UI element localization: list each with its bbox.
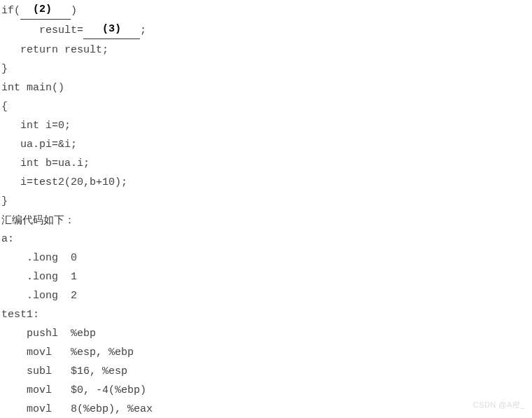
fill-blank-2: (2): [20, 0, 71, 20]
code-line: i=test2(20,b+10);: [1, 173, 532, 192]
code-line: 汇编代码如下：: [1, 211, 532, 230]
code-block: if( (2) ) result= (3) ; return result;}i…: [1, 1, 532, 418]
code-line: movl 8(%ebp), %eax: [1, 400, 532, 418]
code-line: a:: [1, 230, 532, 249]
code-line: {: [1, 97, 532, 116]
code-line: movl %esp, %ebp: [1, 343, 532, 362]
code-line: int main(): [1, 78, 532, 97]
code-line: .long 0: [1, 249, 532, 267]
code-line: }: [1, 60, 532, 78]
code-line: ua.pi=&i;: [1, 135, 532, 154]
code-line: test1:: [1, 305, 532, 324]
code-line: result= (3) ;: [1, 21, 532, 41]
watermark-text: CSDN @A橙_: [473, 398, 525, 412]
code-line: .long 1: [1, 267, 532, 286]
code-line: .long 2: [1, 286, 532, 305]
fill-blank-3: (3): [83, 20, 140, 39]
code-line: if( (2) ): [1, 1, 532, 21]
code-line: }: [1, 192, 532, 211]
code-line: int i=0;: [1, 116, 532, 135]
code-line: pushl %ebp: [1, 324, 532, 343]
code-line: subl $16, %esp: [1, 362, 532, 381]
code-line: int b=ua.i;: [1, 154, 532, 173]
code-line: return result;: [1, 41, 532, 60]
code-line: movl $0, -4(%ebp): [1, 381, 532, 400]
